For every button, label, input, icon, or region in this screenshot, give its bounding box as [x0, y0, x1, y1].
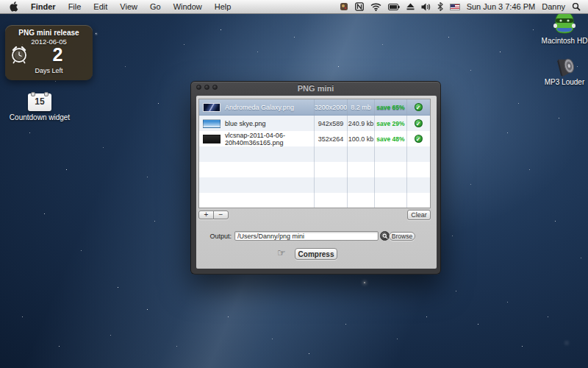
countdown-widget-app-icon[interactable]: 15: [28, 93, 51, 111]
battery-icon[interactable]: [388, 0, 400, 14]
apple-menu-icon[interactable]: [9, 0, 18, 14]
file-name-cell: vlcsnap-2011-04-06-20h40m36s165.png: [199, 131, 315, 146]
file-name-cell: blue skye.png: [199, 116, 315, 131]
eject-icon[interactable]: [406, 0, 415, 14]
file-status-cell: ✓: [407, 131, 429, 146]
file-dimensions-cell: 352x264: [315, 131, 348, 146]
window-title: PNG mini: [191, 82, 440, 96]
menubar: FinderFileEditViewGoWindowHelp Sun Jun 3…: [0, 0, 588, 14]
file-size-cell: [348, 177, 375, 193]
success-check-icon: ✓: [415, 103, 423, 111]
empty-row: [199, 177, 430, 193]
macintosh-hd-label[interactable]: Macintosh HD: [535, 37, 588, 45]
widget-days-label: Days Left: [5, 67, 93, 74]
input-source-icon[interactable]: [355, 0, 364, 14]
file-table: Andromeda Galaxy.png3200x20008.2 mbsave …: [198, 99, 431, 208]
add-file-button[interactable]: +: [198, 210, 214, 219]
success-check-icon: ✓: [415, 119, 423, 127]
file-size-cell: 8.2 mb: [348, 99, 375, 115]
file-thumbnail: [203, 119, 220, 128]
file-savings-cell: [375, 146, 407, 162]
file-name-cell: [199, 193, 315, 208]
browse-button[interactable]: Browse: [389, 232, 415, 241]
remove-file-button[interactable]: −: [213, 210, 229, 219]
file-row[interactable]: blue skye.png942x589240.9 kbsave 29%✓: [199, 116, 430, 131]
file-dimensions-cell: [315, 177, 348, 193]
file-status-cell: [407, 193, 429, 208]
mp3-louder-speaker-icon[interactable]: [553, 54, 576, 80]
calendar-day: 15: [28, 93, 51, 110]
menu-view[interactable]: View: [120, 2, 137, 11]
file-row[interactable]: vlcsnap-2011-04-06-20h40m36s165.png352x2…: [199, 131, 430, 146]
file-size-cell: 240.9 kb: [348, 116, 375, 131]
window-content: Andromeda Galaxy.png3200x20008.2 mbsave …: [196, 96, 437, 269]
empty-row: [199, 146, 430, 162]
bluetooth-icon[interactable]: [437, 0, 443, 14]
file-size-cell: 100.0 kb: [348, 131, 375, 146]
pointing-hand-icon: ☞: [277, 247, 286, 258]
file-size-cell: [348, 193, 375, 208]
file-size-cell: [348, 162, 375, 177]
file-dimensions-cell: 3200x2000: [315, 99, 348, 115]
widget-days-number: 2: [23, 44, 93, 66]
countdown-widget-panel[interactable]: PNG mini release 2012-06-05 2 Days Left: [5, 25, 93, 80]
menu-window[interactable]: Window: [173, 2, 202, 11]
menu-finder[interactable]: Finder: [31, 2, 56, 11]
menubar-user[interactable]: Danny: [542, 2, 565, 11]
clear-button[interactable]: Clear: [407, 210, 431, 220]
output-label: Output:: [198, 233, 232, 240]
empty-row: [199, 193, 430, 208]
file-savings-cell: save 65%: [375, 99, 407, 115]
menu-go[interactable]: Go: [150, 2, 161, 11]
file-savings-cell: [375, 177, 407, 193]
compress-button[interactable]: Compress: [295, 248, 337, 260]
menubar-clock[interactable]: Sun Jun 3 7:46 PM: [467, 2, 536, 11]
empty-row: [199, 162, 430, 177]
png-mini-window: PNG mini Andromeda Galaxy.png3200x20008.…: [190, 81, 441, 275]
file-status-cell: [407, 146, 429, 162]
file-dimensions-cell: [315, 146, 348, 162]
widget-title: PNG mini release: [5, 29, 93, 37]
countdown-widget-label[interactable]: Countdown widget: [7, 113, 72, 121]
file-dimensions-cell: [315, 193, 348, 208]
flag-icon[interactable]: [450, 0, 460, 14]
menu-edit[interactable]: Edit: [93, 2, 107, 11]
file-status-cell: [407, 162, 429, 177]
file-thumbnail: [203, 103, 220, 112]
window-titlebar[interactable]: PNG mini: [191, 82, 440, 96]
file-name-cell: [199, 162, 315, 177]
file-status-cell: ✓: [407, 116, 429, 131]
file-savings-cell: [375, 162, 407, 177]
menubar-app-icon[interactable]: [340, 0, 348, 14]
file-dimensions-cell: 942x589: [315, 116, 348, 131]
file-savings-cell: save 48%: [375, 131, 407, 146]
mp3-louder-label[interactable]: MP3 Louder: [534, 78, 588, 86]
spotlight-search-icon[interactable]: [572, 0, 581, 14]
menu-help[interactable]: Help: [215, 2, 232, 11]
file-name-cell: Andromeda Galaxy.png: [199, 99, 315, 115]
success-check-icon: ✓: [415, 135, 423, 143]
file-savings-cell: [375, 193, 407, 208]
volume-icon[interactable]: [421, 0, 431, 14]
file-savings-cell: save 29%: [375, 116, 407, 131]
file-name-cell: [199, 146, 315, 162]
file-size-cell: [348, 146, 375, 162]
menu-file[interactable]: File: [68, 2, 82, 11]
wifi-icon[interactable]: [370, 0, 381, 14]
file-row[interactable]: Andromeda Galaxy.png3200x20008.2 mbsave …: [199, 99, 430, 116]
file-status-cell: ✓: [407, 99, 429, 115]
file-name-cell: [199, 177, 315, 193]
file-status-cell: [407, 177, 429, 193]
file-thumbnail: [203, 135, 220, 144]
file-dimensions-cell: [315, 162, 348, 177]
output-path-field[interactable]: [234, 231, 379, 241]
